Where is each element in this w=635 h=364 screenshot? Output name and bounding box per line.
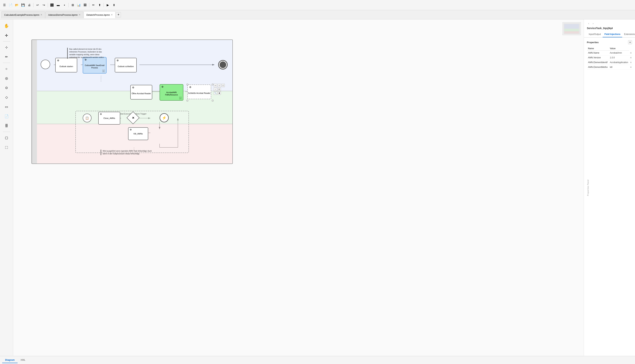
tool-event3[interactable]: ⊙ (2, 84, 11, 92)
toolbar-btn-align-center[interactable]: ▬ (55, 2, 61, 8)
task-close-amns[interactable]: ⚙ Close_AMNs (98, 112, 120, 124)
task-acrobat-amn[interactable]: ⚙ AcrobatAMN PdfAsResource + (160, 84, 183, 100)
tool-lasso[interactable]: ⊹ (2, 43, 11, 52)
panel-nav-prev[interactable]: ‹ (587, 22, 590, 25)
tab-adesso[interactable]: AdessoDemoProcess.bpmn ✕ (45, 11, 83, 18)
selection-handle-tl (187, 84, 188, 85)
toolbar-btn-play[interactable]: ▶ (105, 2, 111, 8)
toolbar-btn-pause[interactable]: ⏸ (111, 2, 117, 8)
tab-calculator-label: CalculatorExampleProcess.bpmn (4, 14, 39, 16)
start-event-error[interactable]: 📋 (83, 114, 92, 122)
panel-nav-next[interactable]: › (591, 22, 595, 25)
prop-name-3: AMN.ElementMetho (587, 65, 609, 70)
toolbar-btn-open[interactable]: 📂 (14, 2, 20, 8)
start-event-outlook[interactable] (41, 60, 50, 69)
toolbar-btn-save[interactable]: 💾 (20, 2, 26, 8)
tab-adesso-label: AdessoDemoProcess.bpmn (48, 14, 78, 16)
task-outlook-schliessen[interactable]: ⚙ Outlook schließen (115, 58, 137, 72)
properties-section-title: Properties (587, 41, 598, 44)
task-outlook-starten[interactable]: ⚙ Outlook starten (55, 58, 77, 72)
toolbar-btn-chart[interactable]: 📊 (76, 2, 82, 8)
panel-tab-extensions[interactable]: Extensions (622, 32, 635, 37)
panel-title: ServiceTask_0qoj9q4 (587, 27, 632, 30)
tool-db[interactable]: 🗄 (2, 122, 11, 130)
tab-calculator-close[interactable]: ✕ (41, 14, 42, 16)
tool-data[interactable]: 📄 (2, 112, 11, 121)
panel-tab-input-output[interactable]: Input/Output (587, 32, 602, 37)
task-label-outlook-starten: Outlook starten (60, 65, 73, 68)
tool-select[interactable]: ✛ (2, 31, 11, 40)
tab-detatch[interactable]: DetatchProcess.bpmn ✕ (84, 11, 116, 18)
properties-table: Name Value AMN.Name AcrobatAmn ✕ AMN.Ver… (587, 46, 632, 70)
task-icon-kill-amns: ⚙ (130, 128, 132, 131)
task-open-acrobat[interactable]: ⚙ Öffne Acrobat Reader (130, 85, 152, 100)
tool-selection[interactable]: ⬚ (2, 143, 11, 152)
toolbar-btn-draw[interactable]: ✏ (90, 2, 96, 8)
tool-task[interactable]: ▭ (2, 102, 11, 111)
ctx-subprocess: ⊡ (218, 88, 221, 91)
task-close-acrobat[interactable]: ⚙ Schließe Acrobat Reader (187, 84, 211, 99)
task-outlook-amn[interactable]: ⚙ OutlookAMN SaveEmail Process + (83, 57, 107, 74)
properties-panel-label: Properties Panel (587, 180, 589, 196)
toolbar-btn-print[interactable]: 🖨 (26, 2, 32, 8)
tab-detatch-close[interactable]: ✕ (111, 14, 113, 16)
end-event-error[interactable]: ⚡ (160, 113, 169, 122)
right-panel: Properties Panel ‹ › ServiceTask_0qoj9q4… (584, 20, 635, 356)
prop-value-1[interactable]: 1.0.0 (609, 55, 629, 60)
toolbar-btn-export[interactable]: ⬆ (97, 2, 103, 8)
canvas-area[interactable]: Outlook Acrobat Reader ⚙ Outlook starten… (13, 20, 584, 356)
add-property-button[interactable]: + (628, 40, 632, 44)
col-value: Value (609, 46, 629, 51)
ctx-delete[interactable]: 🗑 (218, 92, 221, 95)
end-event-outlook[interactable] (218, 60, 228, 70)
task-label-acrobat-amn: AcrobatAMN PdfAsResource (160, 91, 183, 96)
tab-calculator[interactable]: CalculatorExampleProcess.bpmn ✕ (2, 11, 45, 18)
toolbar-btn-undo[interactable]: ↩ (35, 2, 41, 8)
tool-event[interactable]: ○ (2, 64, 11, 73)
prop-row-3: AMN.ElementMetho kill ✕ (587, 65, 632, 70)
prop-delete-3[interactable]: ✕ (629, 65, 632, 70)
toolbar-btn-image[interactable]: 🖼 (82, 2, 88, 8)
toolbar: ☰ 📄 📂 💾 🖨 ↩ ↪ ⬛ ▬ ▪ ⊞ 📊 🖼 ✏ ⬆ ▶ ⏸ (0, 0, 635, 10)
prop-value-2[interactable]: AcrobatApplication (609, 60, 629, 65)
prop-delete-0[interactable]: ✕ (629, 51, 632, 56)
prop-row-1: AMN.Version 1.0.0 ✕ (587, 55, 632, 60)
bottom-tab-xml[interactable]: XML (18, 357, 28, 363)
svg-rect-3 (564, 31, 579, 34)
panel-tab-field-injections[interactable]: Field Injections (602, 32, 622, 37)
toolbar-btn-hand[interactable]: ☰ (2, 2, 7, 8)
prop-row-2: AMN.ElementIdentif AcrobatApplication ✕ (587, 60, 632, 65)
tab-add-button[interactable]: + (116, 12, 121, 18)
toolbar-btn-redo[interactable]: ↪ (41, 2, 47, 8)
ctx-diamond: ◇ (218, 84, 221, 87)
tool-gateway[interactable]: ◇ (2, 93, 11, 102)
tool-hand[interactable]: ✋ (2, 22, 11, 30)
minimap[interactable] (562, 22, 581, 35)
svg-rect-1 (564, 24, 579, 29)
prop-delete-1[interactable]: ✕ (629, 55, 632, 60)
tool-event2[interactable]: ◎ (2, 74, 11, 83)
panel-tabs: Input/Output Field Injections Extensions (584, 32, 635, 38)
bottom-tab-diagram[interactable]: Diagram (2, 357, 18, 363)
toolbar-btn-table[interactable]: ⊞ (70, 2, 76, 8)
selection-handle-bl (187, 100, 188, 101)
col-name: Name (587, 46, 609, 51)
tool-subprocess[interactable]: ▢ (2, 133, 11, 142)
task-expand-outlook-amn: + (103, 70, 105, 72)
tabs-bar: CalculatorExampleProcess.bpmn ✕ AdessoDe… (0, 10, 635, 20)
task-expand-acrobat-amn: + (179, 97, 182, 99)
toolbar-btn-new[interactable]: 📄 (8, 2, 14, 8)
svg-rect-2 (564, 29, 579, 32)
prop-row-0: AMN.Name AcrobatAmn ✕ (587, 51, 632, 56)
main-layout: ✋ ✛ ⊹ ✏ ○ ◎ ⊙ ◇ ▭ 📄 🗄 ▢ ⬚ (0, 20, 635, 356)
prop-value-3[interactable]: kill (609, 65, 629, 70)
toolbar-btn-align-left[interactable]: ⬛ (49, 2, 55, 8)
tab-adesso-close[interactable]: ✕ (79, 14, 81, 16)
tool-draw[interactable]: ✏ (2, 52, 11, 61)
prop-value-0[interactable]: AcrobatAmn (609, 51, 629, 56)
task-icon-close-amns: ⚙ (100, 113, 102, 116)
context-menu-close-acrobat: ▭ ◇ ▢ ○ ⊡ 🔧 🗑 (214, 84, 225, 95)
task-kill-amns[interactable]: ⚙ Kill_AMNs (128, 127, 148, 140)
toolbar-btn-align-right[interactable]: ▪ (62, 2, 67, 8)
prop-delete-2[interactable]: ✕ (629, 60, 632, 65)
